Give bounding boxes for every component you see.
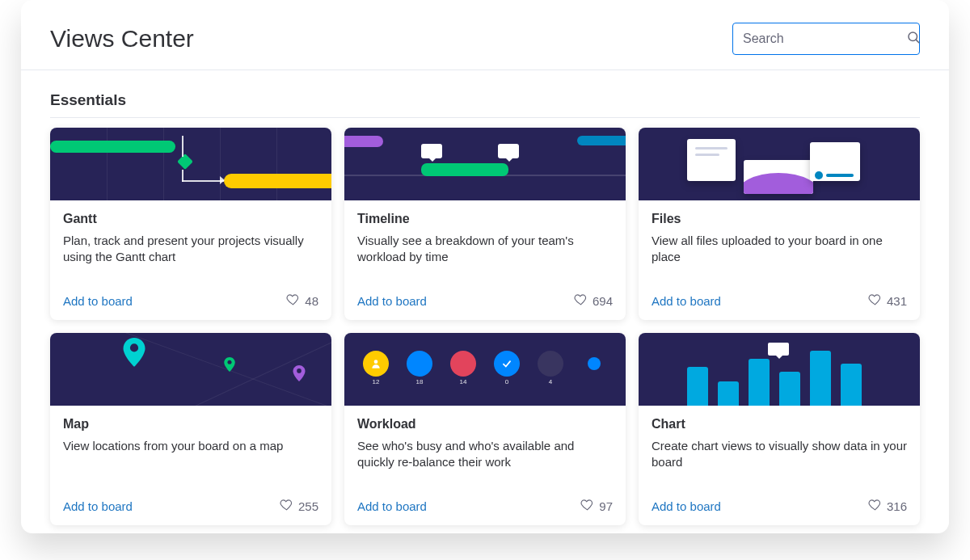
card-workload[interactable]: 12 18 14 0 4 Workload See who's busy and… xyxy=(344,333,626,525)
card-desc: View all files uploaded to your board in… xyxy=(652,233,907,266)
map-pin-icon xyxy=(224,357,235,372)
card-desc: See who's busy and who's available and q… xyxy=(357,438,613,471)
thumbnail-files xyxy=(639,128,920,200)
map-pin-icon xyxy=(123,338,146,367)
add-to-board-link[interactable]: Add to board xyxy=(652,294,721,308)
card-chart[interactable]: Chart Create chart views to visually sho… xyxy=(639,333,920,525)
like-count: 255 xyxy=(298,499,318,513)
section-title: Essentials xyxy=(21,70,949,117)
like-count: 316 xyxy=(887,499,907,513)
card-title: Files xyxy=(652,212,907,226)
dot-icon: 4 xyxy=(538,351,563,377)
card-timeline[interactable]: Timeline Visually see a breakdown of you… xyxy=(344,128,626,320)
heart-icon xyxy=(868,293,882,309)
heart-icon xyxy=(580,498,594,514)
dot-icon: 14 xyxy=(450,351,476,377)
dot-icon xyxy=(581,351,607,377)
add-to-board-link[interactable]: Add to board xyxy=(357,294,427,308)
heart-icon xyxy=(280,498,293,514)
dot-icon: 18 xyxy=(407,351,432,377)
search-field[interactable] xyxy=(732,23,920,55)
thumbnail-workload: 12 18 14 0 4 xyxy=(344,333,626,406)
card-desc: View locations from your board on a map xyxy=(63,438,318,454)
card-title: Workload xyxy=(357,417,613,432)
card-title: Map xyxy=(63,417,318,432)
heart-icon xyxy=(574,293,588,309)
add-to-board-link[interactable]: Add to board xyxy=(652,499,721,513)
likes[interactable]: 431 xyxy=(868,293,907,309)
person-icon: 12 xyxy=(363,351,389,377)
card-desc: Create chart views to visually show data… xyxy=(652,438,907,471)
svg-point-5 xyxy=(374,360,378,364)
card-title: Gantt xyxy=(63,212,318,226)
thumbnail-chart xyxy=(639,333,920,406)
thumbnail-map xyxy=(50,333,331,406)
thumbnail-timeline xyxy=(344,128,626,200)
add-to-board-link[interactable]: Add to board xyxy=(63,499,133,513)
card-title: Chart xyxy=(652,417,907,432)
card-desc: Visually see a breakdown of your team's … xyxy=(357,233,613,266)
cards-grid: Gantt Plan, track and present your proje… xyxy=(21,118,949,533)
page-title: Views Center xyxy=(50,25,194,53)
views-center-panel: Views Center Essentials xyxy=(21,0,949,533)
heart-icon xyxy=(286,293,300,309)
add-to-board-link[interactable]: Add to board xyxy=(357,499,427,513)
svg-point-2 xyxy=(130,343,138,352)
search-icon xyxy=(906,30,921,48)
likes[interactable]: 97 xyxy=(580,498,613,514)
card-map[interactable]: Map View locations from your board on a … xyxy=(50,333,331,525)
svg-point-4 xyxy=(297,368,302,373)
like-count: 694 xyxy=(593,294,613,308)
card-gantt[interactable]: Gantt Plan, track and present your proje… xyxy=(50,128,331,320)
likes[interactable]: 316 xyxy=(868,498,907,514)
svg-line-1 xyxy=(916,40,918,42)
card-desc: Plan, track and present your projects vi… xyxy=(63,233,318,266)
map-pin-icon xyxy=(293,365,306,381)
add-to-board-link[interactable]: Add to board xyxy=(63,294,133,308)
like-count: 48 xyxy=(305,294,318,308)
search-input[interactable] xyxy=(741,31,906,47)
svg-point-3 xyxy=(227,360,231,364)
likes[interactable]: 694 xyxy=(574,293,613,309)
card-files[interactable]: Files View all files uploaded to your bo… xyxy=(639,128,920,320)
thumbnail-gantt xyxy=(50,128,331,200)
likes[interactable]: 48 xyxy=(286,293,318,309)
card-title: Timeline xyxy=(357,212,613,226)
like-count: 431 xyxy=(887,294,907,308)
check-icon: 0 xyxy=(494,351,520,377)
header: Views Center xyxy=(21,19,949,69)
like-count: 97 xyxy=(599,499,613,513)
likes[interactable]: 255 xyxy=(280,498,318,514)
heart-icon xyxy=(868,498,882,514)
